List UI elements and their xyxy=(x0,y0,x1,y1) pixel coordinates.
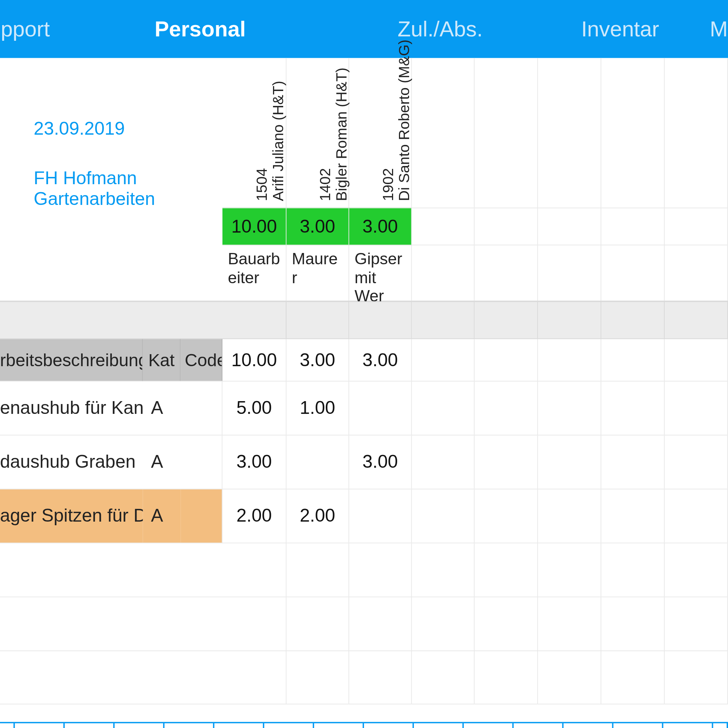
tab-inventar[interactable]: Inventar xyxy=(530,16,710,41)
number-cell[interactable]: 15 xyxy=(563,723,613,728)
column-total: 10.00 xyxy=(222,339,286,381)
header-description: rbeitsbeschreibung xyxy=(0,339,143,381)
project-info: 23.09.2019 FH Hofmann Gartenarbeiten xyxy=(0,58,222,301)
hours-cell[interactable]: 3.00 xyxy=(349,435,412,488)
column-header-row: rbeitsbeschreibung Kat Code 10.00 3.00 3… xyxy=(0,339,728,381)
employee-name: Di Santo Roberto (M&G) xyxy=(396,39,413,201)
number-cell[interactable]: 17 xyxy=(663,723,713,728)
hours-cell[interactable]: 2.00 xyxy=(222,489,286,542)
row-kat: A xyxy=(143,435,181,488)
employee-id: 1402 xyxy=(317,67,334,201)
employee-hours[interactable]: 3.00 xyxy=(286,208,348,245)
header-code: Code xyxy=(180,339,222,381)
row-description: ager Spitzen für D xyxy=(0,489,143,542)
bottom-number-strip: 3 4 5 6 7 8 9 10 11 12 13 14 15 16 17 18 xyxy=(0,722,728,728)
row-kat: A xyxy=(143,381,181,434)
top-tab-bar: pport Personal Zul./Abs. Inventar Mat./F xyxy=(0,0,728,58)
employee-name: Bigler Roman (H&T) xyxy=(334,67,350,201)
column-total: 3.00 xyxy=(349,339,412,381)
tab-report[interactable]: pport xyxy=(0,16,50,41)
number-cell[interactable]: 5 xyxy=(65,723,115,728)
table-row[interactable]: daushub Graben A 3.00 3.00 xyxy=(0,434,728,488)
employee-hours[interactable]: 10.00 xyxy=(222,208,286,245)
number-cell[interactable]: 9 xyxy=(264,723,314,728)
number-cell[interactable]: 11 xyxy=(364,723,414,728)
hours-cell[interactable]: 1.00 xyxy=(286,381,349,434)
employee-id: 1504 xyxy=(254,80,271,201)
number-cell[interactable]: 13 xyxy=(464,723,514,728)
employee-role: Gipser mit Wer xyxy=(349,245,411,301)
header-kat: Kat xyxy=(143,339,181,381)
tab-zul-abs[interactable]: Zul./Abs. xyxy=(350,16,530,41)
employee-header[interactable]: 1504Arifi Juliano (H&T) xyxy=(222,58,286,208)
number-cell[interactable]: 16 xyxy=(613,723,663,728)
tab-personal[interactable]: Personal xyxy=(50,16,350,41)
row-code xyxy=(180,489,222,542)
table-row[interactable]: ager Spitzen für D A 2.00 2.00 xyxy=(0,489,728,543)
employee-id: 1902 xyxy=(380,39,396,201)
number-cell[interactable]: 12 xyxy=(414,723,464,728)
column-total: 3.00 xyxy=(286,339,349,381)
number-cell[interactable]: 10 xyxy=(314,723,364,728)
project-name[interactable]: FH Hofmann Gartenarbeiten xyxy=(34,168,223,210)
report-date[interactable]: 23.09.2019 xyxy=(34,119,223,139)
number-cell[interactable]: 7 xyxy=(165,723,214,728)
hours-cell[interactable]: 3.00 xyxy=(222,435,286,488)
number-cell[interactable]: 14 xyxy=(514,723,563,728)
tab-material[interactable]: Mat./F xyxy=(710,16,728,41)
row-description: enaushub für Kana... xyxy=(0,381,143,434)
hours-cell[interactable] xyxy=(349,489,412,542)
row-code xyxy=(180,381,222,434)
hours-cell[interactable]: 2.00 xyxy=(286,489,349,542)
employee-role: Maurer xyxy=(286,245,348,301)
employee-header[interactable]: 1902Di Santo Roberto (M&G) xyxy=(349,58,411,208)
hours-cell[interactable] xyxy=(286,435,349,488)
hours-cell[interactable]: 5.00 xyxy=(222,381,286,434)
number-cell[interactable]: 18 xyxy=(713,723,728,728)
row-description: daushub Graben xyxy=(0,435,143,488)
number-cell[interactable]: 8 xyxy=(214,723,264,728)
employee-role: Bauarbeiter xyxy=(222,245,286,301)
employee-name: Arifi Juliano (H&T) xyxy=(271,80,287,201)
number-cell[interactable]: 4 xyxy=(15,723,65,728)
table-row[interactable]: enaushub für Kana... A 5.00 1.00 xyxy=(0,381,728,434)
number-cell[interactable]: 3 xyxy=(0,723,15,728)
number-cell[interactable]: 6 xyxy=(115,723,165,728)
employee-columns: 1504Arifi Juliano (H&T) 10.00 Bauarbeite… xyxy=(222,58,728,301)
row-kat: A xyxy=(143,489,181,542)
hours-cell[interactable] xyxy=(349,381,412,434)
employee-hours[interactable]: 3.00 xyxy=(349,208,411,245)
employee-header[interactable]: 1402Bigler Roman (H&T) xyxy=(286,58,348,208)
row-code xyxy=(180,435,222,488)
